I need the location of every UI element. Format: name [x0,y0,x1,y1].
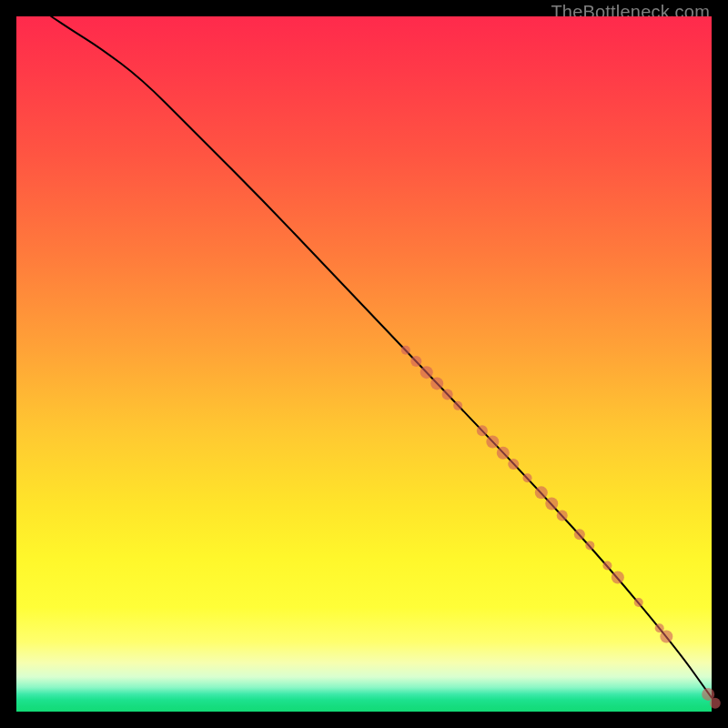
data-point [497,447,510,460]
trend-curve [51,16,712,698]
data-point [612,571,624,584]
data-point [660,630,672,642]
data-point [585,541,594,550]
data-point [410,356,421,367]
data-point [430,377,443,389]
data-point [442,389,453,400]
data-point [634,598,643,607]
data-point [574,529,585,540]
data-point [557,511,568,521]
chart-overlay [16,16,712,712]
data-point [453,401,462,410]
data-point [508,459,519,470]
data-point [401,346,410,355]
data-point [545,498,558,511]
data-point [420,366,433,379]
data-point [655,623,664,632]
data-point [486,436,499,449]
chart-frame: TheBottleneck.com [0,0,728,728]
data-point [710,698,721,709]
data-points [401,346,721,709]
data-point [602,561,612,571]
data-point [523,473,532,482]
data-point [477,425,488,436]
data-point [535,486,548,499]
